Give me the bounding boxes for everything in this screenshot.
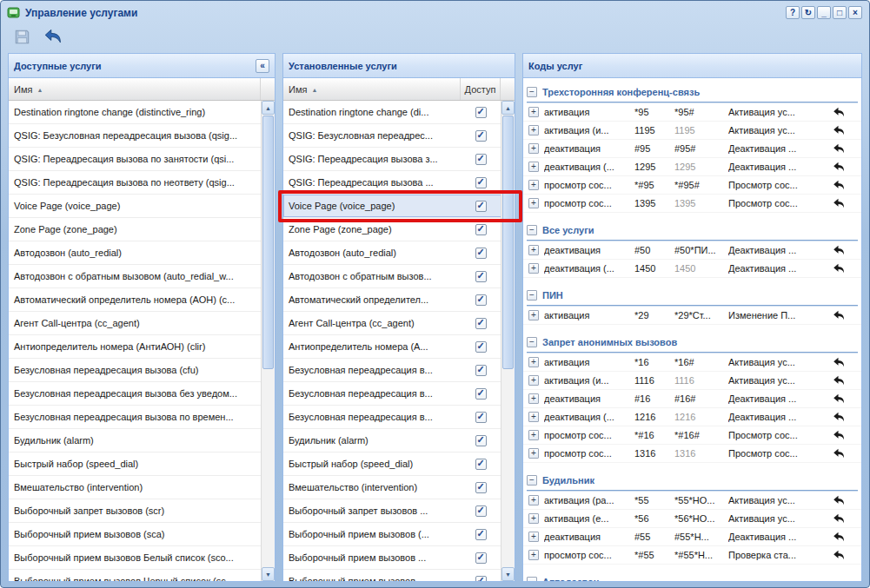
collapse-panel-button[interactable]: « (256, 59, 269, 73)
undo-icon[interactable] (824, 429, 853, 441)
scroll-thumb[interactable] (502, 116, 514, 369)
group-collapse-icon[interactable]: − (527, 475, 537, 486)
undo-icon[interactable] (824, 106, 853, 118)
group-collapse-icon[interactable]: − (527, 337, 537, 347)
undo-icon[interactable] (824, 374, 853, 386)
row-expand-icon[interactable]: + (528, 198, 539, 208)
row-expand-icon[interactable]: + (528, 245, 539, 255)
access-checkbox[interactable]: ✓ (461, 412, 501, 423)
undo-icon[interactable] (824, 549, 853, 561)
code-row[interactable]: + активация (и... 1195 1195 Активация ус… (523, 122, 861, 140)
access-checkbox[interactable]: ✓ (461, 505, 501, 517)
row-expand-icon[interactable]: + (528, 143, 539, 154)
group-collapse-icon[interactable]: − (527, 87, 537, 97)
code-row[interactable]: + деактивация #16 #16# Деактивация ... (523, 390, 861, 408)
undo-icon[interactable] (824, 494, 853, 506)
service-row[interactable]: Будильник (alarm) (9, 429, 261, 453)
row-expand-icon[interactable]: + (528, 513, 539, 524)
close-button[interactable]: × (848, 6, 862, 19)
service-row[interactable]: Voice Page (voice_page) ✓ (283, 195, 501, 218)
service-row[interactable]: Автоматический определитель номера (АОН)… (9, 288, 261, 312)
maximize-button[interactable]: □ (833, 6, 847, 19)
service-row[interactable]: Выборочный прием вызовов ... ✓ (283, 546, 501, 570)
service-row[interactable]: Быстрый набор (speed_dial) ✓ (283, 453, 501, 476)
service-row[interactable]: Вмешательство (intervention) ✓ (283, 476, 501, 499)
group-collapse-icon[interactable]: − (527, 225, 537, 235)
row-expand-icon[interactable]: + (528, 532, 539, 542)
row-expand-icon[interactable]: + (528, 495, 539, 505)
code-row[interactable]: + деактивация (... 1216 1216 Деактивация… (523, 408, 861, 426)
row-expand-icon[interactable]: + (528, 180, 539, 190)
row-expand-icon[interactable]: + (528, 393, 539, 404)
scroll-down-button[interactable]: ▼ (501, 567, 515, 581)
access-checkbox[interactable]: ✓ (461, 435, 501, 446)
access-checkbox[interactable]: ✓ (461, 248, 501, 259)
code-group-header[interactable]: − Автодозвон (527, 571, 858, 581)
access-checkbox[interactable]: ✓ (461, 154, 501, 165)
row-expand-icon[interactable]: + (528, 375, 539, 386)
undo-icon[interactable] (824, 161, 853, 173)
code-group-header[interactable]: − ПИН (527, 285, 858, 306)
code-row[interactable]: + просмотр сос... *#95 *#95# Просмотр со… (523, 176, 861, 195)
service-row[interactable]: Выборочный запрет вызовов (scr) (9, 499, 261, 523)
save-button[interactable] (10, 24, 34, 49)
service-row[interactable]: QSIG: Переадресация вызова з... ✓ (283, 148, 501, 171)
service-row[interactable]: Будильник (alarm) ✓ (283, 429, 501, 453)
service-row[interactable]: QSIG: Переадресация вызова по занятости … (9, 148, 261, 171)
undo-button[interactable] (41, 24, 65, 49)
service-row[interactable]: Безусловная переадресация вызова по врем… (9, 406, 261, 429)
code-row[interactable]: + деактивация #95 #95# Деактивация ... (523, 140, 861, 158)
service-row[interactable]: Быстрый набор (speed_dial) (9, 453, 261, 476)
undo-icon[interactable] (824, 447, 853, 459)
row-expand-icon[interactable]: + (528, 430, 539, 440)
access-checkbox[interactable]: ✓ (461, 482, 501, 493)
service-row[interactable]: Выборочный запрет вызовов ... ✓ (283, 499, 501, 523)
vertical-scrollbar[interactable]: ▲ ▼ (261, 101, 275, 581)
access-checkbox[interactable]: ✓ (461, 341, 501, 353)
service-row[interactable]: Выборочный прием вызовов Белый список (s… (9, 546, 261, 570)
scroll-thumb[interactable] (262, 116, 274, 369)
service-row[interactable]: Zone Page (zone_page) (9, 218, 261, 241)
row-expand-icon[interactable]: + (528, 448, 539, 459)
undo-icon[interactable] (824, 197, 853, 209)
code-row[interactable]: + просмотр сос... 1316 1316 Просмотр сос… (523, 445, 861, 463)
access-checkbox[interactable]: ✓ (461, 130, 501, 142)
help-button[interactable]: ? (786, 6, 800, 19)
code-group-header[interactable]: − Все услуги (527, 220, 858, 241)
code-row[interactable]: + активация (ра... *55 *55*НО... Активац… (523, 492, 861, 510)
access-column-header[interactable]: Доступ (461, 78, 501, 100)
service-row[interactable]: Destination ringtone change (distinctive… (9, 101, 261, 124)
access-checkbox[interactable]: ✓ (461, 365, 501, 376)
service-row[interactable]: Автодозвон с обратным вызов... ✓ (283, 265, 501, 288)
code-row[interactable]: + активация (е... *56 *56*НО... Активаци… (523, 510, 861, 528)
name-column-header[interactable]: Имя ▲ (9, 78, 261, 100)
undo-icon[interactable] (824, 512, 853, 525)
row-expand-icon[interactable]: + (528, 162, 539, 172)
undo-icon[interactable] (824, 393, 853, 405)
row-expand-icon[interactable]: + (528, 357, 539, 367)
code-group-header[interactable]: − Запрет анонимных вызовов (527, 332, 858, 353)
undo-icon[interactable] (824, 142, 853, 155)
undo-icon[interactable] (824, 356, 853, 368)
scroll-up-button[interactable]: ▲ (501, 101, 515, 115)
service-row[interactable]: QSIG: Переадресация вызова ... ✓ (283, 171, 501, 195)
code-row[interactable]: + деактивация (... 1450 1450 Деактивация… (523, 260, 861, 278)
service-row[interactable]: Выборочный прием вызовов Черный список (… (9, 570, 261, 581)
name-column-header[interactable]: Имя ▲ (283, 78, 461, 100)
access-checkbox[interactable]: ✓ (461, 459, 501, 470)
service-row[interactable]: Безусловная переадресация вызова без уве… (9, 382, 261, 406)
code-row[interactable]: + активация *29 *29*Ст... Изменение П... (523, 307, 861, 325)
title-bar[interactable]: Управление услугами ? ↻ _ □ × (1, 1, 869, 22)
access-checkbox[interactable]: ✓ (461, 552, 501, 564)
undo-icon[interactable] (824, 411, 853, 423)
access-checkbox[interactable]: ✓ (461, 201, 501, 212)
access-checkbox[interactable]: ✓ (461, 529, 501, 540)
service-row[interactable]: Voice Page (voice_page) (9, 195, 261, 218)
code-row[interactable]: + активация (и... 1116 1116 Активация ус… (523, 372, 861, 390)
access-checkbox[interactable]: ✓ (461, 271, 501, 282)
service-row[interactable]: QSIG: Безусловная переадресация вызова (… (9, 124, 261, 148)
code-row[interactable]: + просмотр сос... *#16 *#16# Просмотр со… (523, 426, 861, 445)
service-row[interactable]: Агент Call-центра (cc_agent) (9, 312, 261, 335)
service-row[interactable]: Выборочный прием вызовов (... ✓ (283, 523, 501, 546)
code-row[interactable]: + активация *95 *95# Активация ус... (523, 103, 861, 122)
